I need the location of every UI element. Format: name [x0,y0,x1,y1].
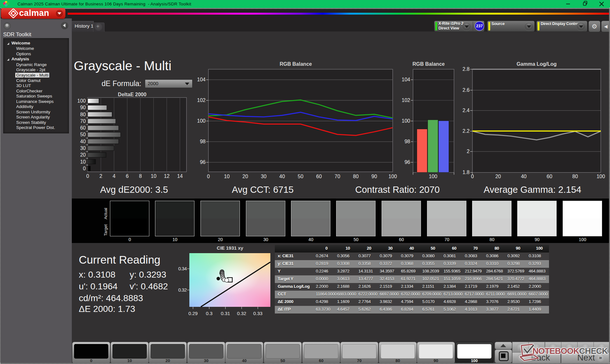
svg-text:4: 4 [112,173,115,179]
svg-text:0.29: 0.29 [188,311,198,316]
svg-text:90: 90 [371,174,377,179]
svg-text:0: 0 [207,174,210,179]
svg-text:6: 6 [126,173,129,179]
svg-text:0.3: 0.3 [206,311,213,316]
svg-text:80: 80 [80,112,86,117]
svg-text:0.34: 0.34 [178,266,187,271]
svg-text:2.8: 2.8 [463,66,470,72]
svg-text:0: 0 [86,173,89,179]
svg-text:98: 98 [404,139,410,144]
svg-text:0.32: 0.32 [237,311,246,316]
svg-text:60: 60 [80,125,86,131]
svg-text:30: 30 [261,174,267,179]
svg-text:20: 20 [495,174,501,179]
svg-text:102: 102 [402,98,410,103]
svg-text:60: 60 [316,174,322,179]
svg-text:10: 10 [224,174,230,179]
svg-text:70: 70 [80,118,86,124]
svg-text:104: 104 [197,77,206,82]
svg-text:1.8: 1.8 [463,170,470,175]
svg-text:50: 50 [80,132,86,137]
svg-text:0.31: 0.31 [221,311,230,316]
svg-text:40: 40 [521,174,527,179]
svg-text:10: 10 [80,159,86,165]
svg-text:50: 50 [298,174,303,179]
svg-text:2.4: 2.4 [463,108,470,113]
svg-text:10: 10 [151,173,157,179]
svg-text:20: 20 [242,174,248,179]
svg-text:CIE 1931 xy: CIE 1931 xy [217,245,243,251]
svg-text:80: 80 [572,174,578,179]
svg-text:96: 96 [200,159,206,165]
svg-text:8: 8 [139,173,142,179]
svg-text:90: 90 [80,105,86,110]
svg-text:96: 96 [404,159,410,165]
svg-text:100: 100 [597,174,605,179]
svg-text:100: 100 [402,118,410,124]
svg-text:14: 14 [177,173,183,179]
svg-text:2: 2 [467,149,470,154]
svg-text:Gamma Log/Log: Gamma Log/Log [517,61,557,67]
svg-text:100: 100 [197,118,206,124]
svg-text:80: 80 [353,174,359,179]
svg-text:0: 0 [83,166,86,171]
svg-text:100: 100 [389,174,397,179]
svg-text:DeltaE 2000: DeltaE 2000 [118,92,146,97]
svg-text:30: 30 [80,145,86,151]
svg-text:20: 20 [80,152,86,158]
svg-text:60: 60 [547,174,552,179]
svg-text:2.6: 2.6 [463,87,470,93]
svg-text:40: 40 [279,174,285,179]
svg-text:0.33: 0.33 [253,311,262,316]
svg-text:2.2: 2.2 [463,128,470,134]
svg-text:100: 100 [429,174,437,179]
svg-text:0: 0 [471,174,474,179]
svg-text:0.32: 0.32 [178,287,187,293]
svg-text:70: 70 [335,174,340,179]
svg-text:100: 100 [77,98,86,104]
svg-text:RGB Balance: RGB Balance [280,61,312,67]
svg-text:12: 12 [164,173,170,179]
svg-text:104: 104 [402,77,410,82]
svg-text:102: 102 [197,98,206,103]
svg-text:RGB Balance: RGB Balance [412,61,444,67]
svg-text:40: 40 [80,139,86,144]
svg-text:98: 98 [200,139,206,144]
svg-text:2: 2 [99,173,102,179]
